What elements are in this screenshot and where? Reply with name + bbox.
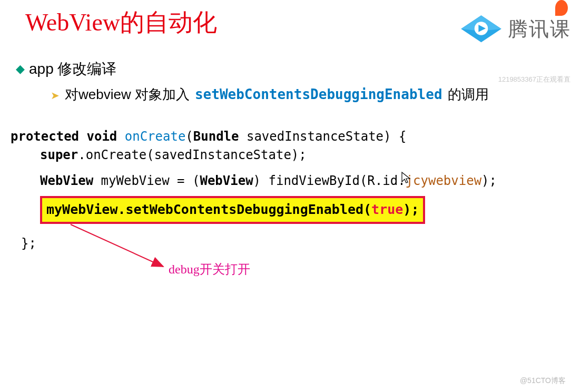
bullet-level-2: ➤ 对webview 对象加入 setWebContentsDebuggingE… bbox=[0, 79, 571, 104]
watermark-top: 1219853367正在观看直 bbox=[498, 75, 570, 84]
bullet-level-1: ◆ app 修改编译 bbox=[0, 39, 571, 79]
bullet2-post: 的调用 bbox=[448, 85, 489, 104]
bullet2-code: setWebContentsDebuggingEnabled bbox=[195, 86, 442, 102]
code-block: protected void onCreate(Bundle savedInst… bbox=[11, 128, 571, 252]
watermark-bottom: @51CTO博客 bbox=[520, 376, 566, 386]
tencent-logo: 腾讯课 bbox=[459, 13, 571, 45]
bullet2-pre: 对webview 对象加入 bbox=[65, 85, 190, 104]
code-close: }; bbox=[11, 234, 571, 253]
bullet1-text: app 修改编译 bbox=[29, 59, 117, 79]
highlighted-code-line: myWebView.setWebContentsDebuggingEnabled… bbox=[40, 196, 425, 223]
logo-text: 腾讯课 bbox=[508, 16, 571, 43]
annotation-text: debug开关打开 bbox=[169, 261, 250, 278]
code-line-2: super.onCreate(savedInstanceState); bbox=[11, 146, 571, 164]
chevron-right-icon: ➤ bbox=[51, 89, 60, 102]
code-line-1: protected void onCreate(Bundle savedInst… bbox=[11, 128, 571, 146]
code-line-3: WebView myWebView = (WebView) findViewBy… bbox=[11, 172, 571, 190]
red-badge-icon bbox=[555, 0, 568, 16]
diamond-bullet-icon: ◆ bbox=[16, 62, 25, 76]
play-icon bbox=[459, 13, 504, 45]
